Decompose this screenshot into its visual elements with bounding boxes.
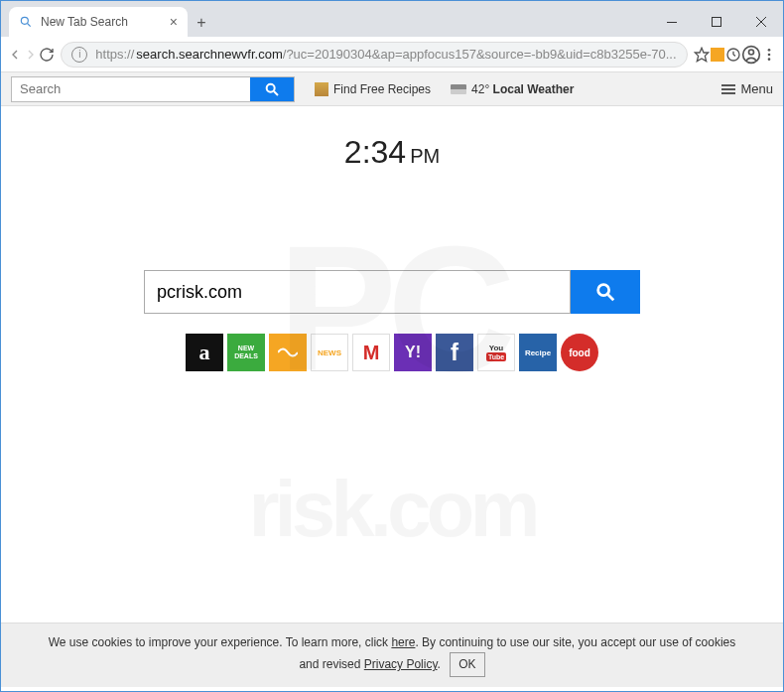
back-button[interactable] (7, 41, 23, 69)
cookie-banner: We use cookies to improve your experienc… (1, 623, 783, 687)
cookie-ok-button[interactable]: OK (450, 652, 484, 677)
page-toolbar: Find Free Recipes 42° Local Weather Menu (1, 72, 783, 106)
site-info-icon[interactable]: i (71, 47, 87, 63)
tile-facebook[interactable]: f (436, 334, 473, 371)
svg-line-1 (28, 24, 31, 27)
page-menu-button[interactable]: Menu (721, 81, 773, 96)
recipe-icon (315, 82, 328, 96)
svg-point-15 (267, 83, 275, 91)
cookie-learn-more-link[interactable]: here (391, 635, 415, 649)
tile-gmail[interactable]: M (352, 334, 390, 371)
tile-news[interactable]: NEWS (311, 334, 348, 371)
minimize-button[interactable] (649, 7, 694, 37)
svg-point-17 (598, 285, 609, 296)
tile-amazon[interactable]: a (186, 334, 223, 371)
extension-icon[interactable] (710, 41, 725, 69)
clock-time: 2:34 (344, 134, 406, 170)
address-bar: i https://search.searchnewvfr.com/?uc=20… (1, 37, 783, 72)
quick-links: aNEW DEALSNEWSMY!fYouTubeRecipefood (1, 334, 783, 371)
svg-line-16 (274, 91, 278, 95)
tile-recipe[interactable]: Recipe (519, 334, 557, 371)
page-footer: Find Free Recipes Terms Privacy Uninstal… (1, 687, 783, 692)
svg-line-9 (733, 55, 735, 56)
svg-point-13 (768, 53, 771, 56)
search-icon (264, 81, 280, 97)
forward-button[interactable] (23, 41, 39, 69)
close-icon[interactable]: × (170, 14, 178, 30)
hamburger-icon (721, 84, 735, 94)
shield-icon[interactable] (725, 41, 741, 69)
svg-rect-3 (712, 18, 720, 27)
svg-point-12 (768, 49, 771, 52)
clock-ampm: PM (410, 145, 440, 167)
browser-tab[interactable]: New Tab Search × (9, 7, 188, 37)
page-content: PC risk.com 2:34PM aNEW DEALSNEWSMY!fYou… (1, 106, 783, 623)
find-recipes-link[interactable]: Find Free Recipes (315, 82, 431, 96)
url-path: /?uc=20190304&ap=appfocus157&source=-bb9… (283, 47, 677, 62)
tile-audible[interactable] (269, 334, 307, 371)
tile-new-deals[interactable]: NEW DEALS (227, 334, 265, 371)
tile-youtube[interactable]: YouTube (477, 334, 515, 371)
weather-icon (451, 84, 466, 94)
maximize-button[interactable] (694, 7, 738, 37)
url-prefix: https:// (95, 47, 134, 62)
svg-point-11 (748, 50, 753, 55)
main-search-input[interactable] (144, 270, 571, 314)
svg-point-0 (21, 17, 28, 24)
tile-yahoo[interactable]: Y! (394, 334, 432, 371)
tile-food[interactable]: food (561, 334, 598, 371)
main-search (144, 270, 640, 314)
close-window-button[interactable] (738, 7, 783, 37)
profile-button[interactable] (741, 41, 761, 69)
privacy-policy-link[interactable]: Privacy Policy (364, 657, 438, 671)
watermark-text: risk.com (248, 464, 535, 555)
new-tab-button[interactable]: + (188, 9, 215, 37)
window-titlebar: New Tab Search × + (1, 1, 783, 37)
search-icon (19, 15, 33, 29)
toolbar-search (11, 76, 295, 102)
svg-rect-2 (667, 22, 677, 23)
window-controls (649, 7, 783, 37)
main-search-button[interactable] (571, 270, 640, 314)
url-host: search.searchnewvfr.com (136, 47, 282, 62)
bookmark-button[interactable] (694, 41, 710, 69)
svg-point-14 (768, 58, 771, 61)
tab-title: New Tab Search (41, 15, 128, 29)
svg-marker-6 (695, 48, 708, 61)
browser-menu-button[interactable] (761, 41, 777, 69)
clock: 2:34PM (1, 134, 783, 171)
search-icon (594, 281, 616, 303)
svg-line-18 (608, 295, 614, 301)
url-field[interactable]: i https://search.searchnewvfr.com/?uc=20… (61, 42, 687, 68)
toolbar-search-input[interactable] (12, 77, 250, 101)
reload-button[interactable] (39, 41, 55, 69)
local-weather-link[interactable]: 42° Local Weather (451, 82, 574, 96)
toolbar-search-button[interactable] (250, 77, 294, 101)
